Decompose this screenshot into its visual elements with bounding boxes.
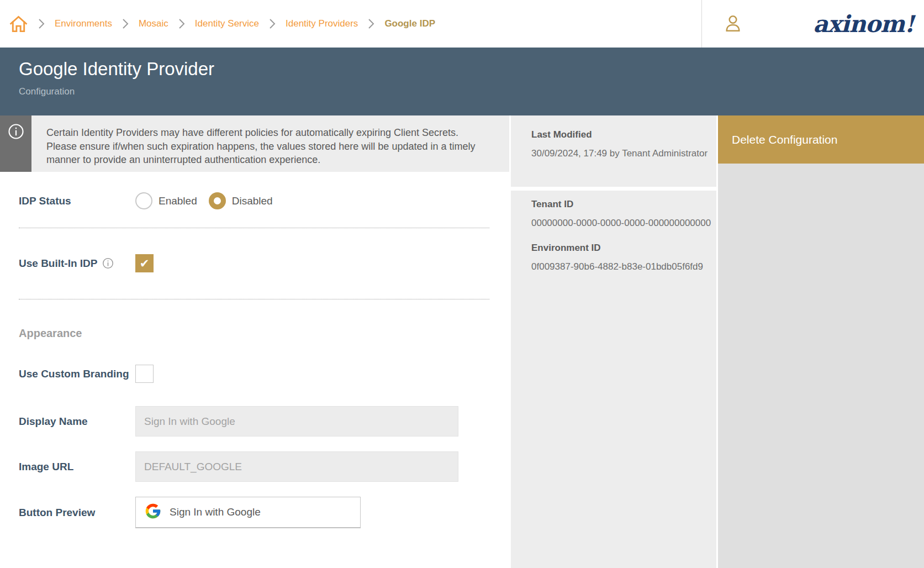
idp-status-row: IDP Status Enabled Disabled <box>19 192 489 209</box>
page-title: Google Identity Provider <box>19 59 924 80</box>
use-custom-branding-checkbox[interactable] <box>135 365 154 383</box>
image-url-row: Image URL <box>19 451 489 482</box>
environment-id-label: Environment ID <box>531 243 706 254</box>
radio-disabled-label: Disabled <box>232 195 273 207</box>
tenant-id-value: 00000000-0000-0000-0000-000000000000 <box>531 218 706 229</box>
use-built-in-idp-checkbox[interactable] <box>135 254 154 272</box>
configuration-form: IDP Status Enabled Disabled Use Built-In… <box>0 192 509 528</box>
radio-enabled[interactable] <box>135 192 152 209</box>
dotted-separator <box>19 299 489 299</box>
info-banner-icon-box <box>0 115 31 172</box>
idp-status-label: IDP Status <box>19 194 135 207</box>
chevron-right-icon <box>178 18 185 29</box>
dotted-separator <box>19 228 489 228</box>
chevron-right-icon <box>122 18 129 29</box>
content-area: Certain Identity Providers may have diff… <box>0 115 924 568</box>
breadcrumb-mosaic[interactable]: Mosaic <box>139 18 168 29</box>
use-custom-branding-label: Use Custom Branding <box>19 367 135 380</box>
environment-id-group: Environment ID 0f009387-90b6-4882-b83e-0… <box>531 243 706 272</box>
google-g-icon <box>144 502 162 522</box>
last-modified-section: Last Modified 30/09/2024, 17:49 by Tenan… <box>511 115 716 187</box>
info-circle-icon <box>8 123 24 172</box>
chevron-right-icon <box>38 18 45 29</box>
breadcrumb-identity-service[interactable]: Identity Service <box>195 18 259 29</box>
image-url-label: Image URL <box>19 460 135 473</box>
environment-id-value: 0f009387-90b6-4882-b83e-01bdb05f6fd9 <box>531 261 706 272</box>
use-built-in-idp-label: Use Built-In IDP <box>19 257 135 270</box>
display-name-input[interactable] <box>135 406 458 436</box>
metadata-panel: Last Modified 30/09/2024, 17:49 by Tenan… <box>511 115 716 568</box>
display-name-row: Display Name <box>19 406 489 436</box>
app-root: Environments Mosaic Identity Service Ide… <box>0 0 924 568</box>
preview-button-text: Sign In with Google <box>170 506 261 518</box>
use-custom-branding-row: Use Custom Branding <box>19 365 489 383</box>
page-subtitle: Configuration <box>19 86 924 97</box>
action-column-background <box>718 164 924 568</box>
tenant-id-group: Tenant ID 00000000-0000-0000-0000-000000… <box>531 199 706 229</box>
chevron-right-icon <box>368 18 374 29</box>
last-modified-label: Last Modified <box>531 129 706 140</box>
info-banner-text: Certain Identity Providers may have diff… <box>31 115 509 172</box>
breadcrumb-identity-providers[interactable]: Identity Providers <box>286 18 358 29</box>
google-sign-in-button-preview: Sign In with Google <box>135 497 361 528</box>
main-column: Certain Identity Providers may have diff… <box>0 115 509 568</box>
top-bar-right: axinom! <box>701 0 924 48</box>
info-circle-icon[interactable] <box>102 257 114 269</box>
button-preview-label: Button Preview <box>19 506 135 519</box>
tenant-id-label: Tenant ID <box>531 199 706 210</box>
radio-option-enabled[interactable]: Enabled <box>135 192 209 209</box>
last-modified-value: 30/09/2024, 17:49 by Tenant Administrato… <box>531 148 706 159</box>
top-bar: Environments Mosaic Identity Service Ide… <box>0 0 924 48</box>
use-built-in-idp-row: Use Built-In IDP <box>19 254 489 272</box>
info-banner: Certain Identity Providers may have diff… <box>0 115 509 172</box>
image-url-input[interactable] <box>135 451 458 482</box>
user-icon[interactable] <box>723 14 743 34</box>
display-name-label: Display Name <box>19 415 135 428</box>
appearance-heading: Appearance <box>19 327 489 340</box>
breadcrumb: Environments Mosaic Identity Service Ide… <box>0 0 701 48</box>
ids-section: Tenant ID 00000000-0000-0000-0000-000000… <box>511 191 716 568</box>
breadcrumb-current-google-idp: Google IDP <box>384 18 435 29</box>
page-header: Google Identity Provider Configuration <box>0 48 924 115</box>
button-preview-row: Button Preview Sign In with Google <box>19 497 489 528</box>
axinom-logo: axinom! <box>813 10 914 38</box>
chevron-right-icon <box>269 18 276 29</box>
radio-enabled-label: Enabled <box>159 195 197 207</box>
breadcrumb-environments[interactable]: Environments <box>55 18 112 29</box>
action-column: Delete Configuration <box>718 115 924 568</box>
home-icon[interactable] <box>9 14 28 34</box>
delete-configuration-button[interactable]: Delete Configuration <box>718 115 924 164</box>
radio-option-disabled[interactable]: Disabled <box>209 192 284 209</box>
radio-disabled[interactable] <box>209 192 226 209</box>
